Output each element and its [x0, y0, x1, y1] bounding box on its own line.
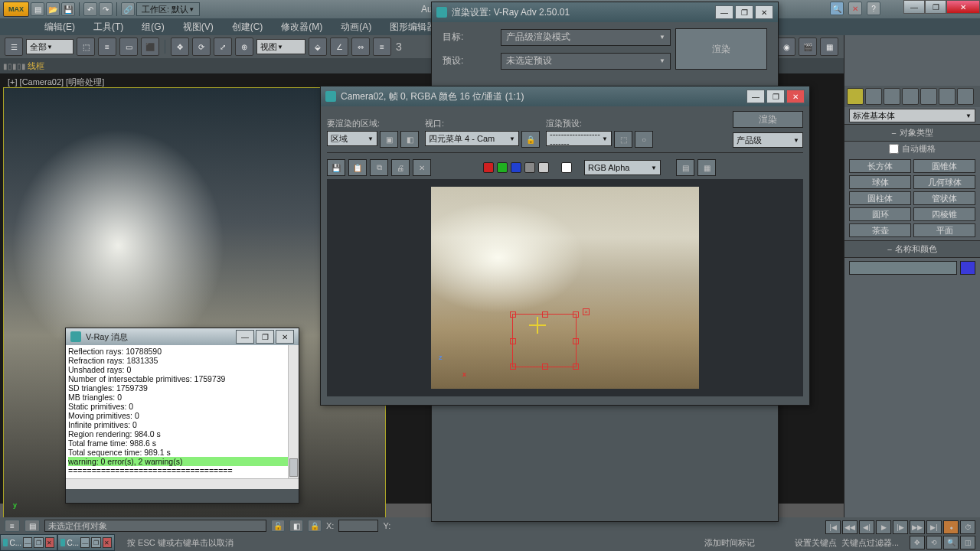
coord-x-input[interactable] — [338, 520, 378, 532]
vfb-area-dropdown[interactable]: 区域▼ — [327, 131, 377, 146]
vfb-overlay2-button[interactable]: ▦ — [697, 159, 716, 176]
render-frame-icon[interactable]: ▦ — [820, 37, 838, 56]
prim-sphere[interactable]: 球体 — [849, 175, 911, 189]
primitive-set-dropdown[interactable]: 标准基本体▼ — [849, 109, 975, 122]
spacewarps-tab[interactable] — [939, 88, 956, 105]
add-time-tag[interactable]: 添加时间标记 — [704, 537, 755, 549]
vfb-preset-btn1[interactable]: ⬚ — [614, 131, 632, 148]
select-link-icon[interactable]: ☰ — [5, 37, 23, 56]
vfb-copy-button[interactable]: 📋 — [348, 159, 367, 176]
material-editor-icon[interactable]: ◉ — [777, 37, 795, 56]
vfb-area-auto-button[interactable]: ◧ — [400, 131, 419, 148]
goto-start-button[interactable]: |◀ — [825, 520, 841, 534]
vfb-titlebar[interactable]: Camera02, 帧 0, RGBA 颜色 16 位/通道 (1:1) — ❐… — [321, 86, 809, 106]
rs-maximize-button[interactable]: ❐ — [735, 5, 753, 19]
vray-msg-vscrollbar[interactable] — [288, 345, 299, 478]
rs-minimize-button[interactable]: — — [715, 5, 733, 19]
goto-end-button[interactable]: ▶| — [926, 520, 942, 534]
isolate-icon[interactable]: ◧ — [289, 520, 303, 532]
ref-coord-icon[interactable]: ⊕ — [235, 37, 253, 56]
next-frame-button[interactable]: ▶▶ — [910, 520, 925, 534]
align-icon[interactable]: ≡ — [373, 37, 391, 56]
vfb-maximize-button[interactable]: ❐ — [766, 90, 785, 103]
select-rect-icon[interactable]: ▭ — [119, 37, 138, 56]
vray-msg-titlebar[interactable]: V-Ray 消息 — ❐ ✕ — [66, 328, 299, 345]
app-logo[interactable]: MAX — [3, 2, 29, 17]
channel-green-button[interactable] — [497, 162, 508, 173]
object-name-input[interactable] — [849, 261, 957, 275]
lights-tab[interactable] — [884, 88, 900, 105]
prim-teapot[interactable]: 茶壶 — [849, 223, 911, 237]
vfb-render-button[interactable]: 渲染 — [733, 111, 803, 128]
prim-box[interactable]: 长方体 — [849, 159, 911, 173]
vfb-close-button[interactable]: ✕ — [786, 90, 805, 103]
redo-icon[interactable]: ↷ — [99, 2, 113, 16]
new-icon[interactable]: ▤ — [31, 2, 44, 16]
systems-tab[interactable] — [957, 88, 974, 105]
auto-grid-checkbox[interactable] — [889, 144, 899, 154]
menu-tools[interactable]: 工具(T) — [84, 18, 132, 35]
vfb-clear-button[interactable]: ✕ — [413, 159, 431, 176]
open-icon[interactable]: 📂 — [46, 2, 60, 16]
set-key-button[interactable]: 设置关键点 — [795, 537, 837, 549]
fov-button[interactable]: ◫ — [960, 536, 975, 549]
pan-view-button[interactable]: ✥ — [910, 536, 925, 549]
vfb-preset-btn2[interactable]: ○ — [635, 131, 653, 148]
msg-close-button[interactable]: ✕ — [276, 330, 294, 344]
rotate-icon[interactable]: ⟳ — [192, 37, 211, 56]
maximize-button[interactable]: ❐ — [925, 0, 946, 14]
viewport-label[interactable]: [+] [Camera02] [明暗处理] — [8, 77, 104, 88]
maxscript-icon[interactable]: ≡ — [5, 520, 20, 532]
render-setup-titlebar[interactable]: 渲染设置: V-Ray Adv 2.50.01 — ❐ ✕ — [432, 2, 778, 22]
orbit-view-button[interactable]: ⟲ — [926, 536, 942, 549]
prim-geosphere[interactable]: 几何球体 — [913, 175, 975, 189]
region-close-icon[interactable]: × — [583, 308, 590, 315]
prim-tube[interactable]: 管状体 — [913, 191, 975, 205]
name-color-rollout[interactable]: 名称和颜色 — [844, 240, 980, 258]
zoom-view-button[interactable]: 🔍 — [943, 536, 959, 549]
color-swatch[interactable] — [561, 162, 572, 173]
move-icon[interactable]: ✥ — [171, 37, 189, 56]
object-type-rollout[interactable]: 对象类型 — [844, 124, 980, 142]
vfb-print-button[interactable]: 🖨 — [391, 159, 410, 176]
vfb-render-image[interactable]: × zx — [431, 187, 699, 389]
prim-plane[interactable]: 平面 — [913, 223, 975, 237]
vfb-overlay1-button[interactable]: ▤ — [676, 159, 694, 176]
scale-icon[interactable]: ⤢ — [214, 37, 232, 56]
select-name-icon[interactable]: ≡ — [98, 37, 116, 56]
snap-icon[interactable]: ⬙ — [309, 37, 327, 56]
menu-modifier[interactable]: 修改器(M) — [272, 18, 332, 35]
menu-create[interactable]: 创建(C) — [223, 18, 273, 35]
taskbar-item-2[interactable]: C...—❐✕ — [57, 534, 115, 551]
save-icon[interactable]: 💾 — [61, 2, 75, 16]
geometry-tab[interactable] — [847, 88, 864, 105]
prim-torus[interactable]: 圆环 — [849, 207, 911, 221]
object-color-swatch[interactable] — [960, 261, 975, 275]
menu-edit[interactable]: 编辑(E) — [35, 18, 84, 35]
vfb-clone-button[interactable]: ⧉ — [370, 159, 388, 176]
snap-angle-icon[interactable]: ∠ — [330, 37, 348, 56]
channel-mono-button[interactable] — [538, 162, 549, 173]
channel-alpha-button[interactable] — [524, 162, 535, 173]
prim-pyramid[interactable]: 四棱锥 — [913, 207, 975, 221]
prim-cone[interactable]: 圆锥体 — [913, 159, 975, 173]
time-config-button[interactable]: ⏱ — [960, 520, 975, 534]
selection-filter-dd[interactable]: 全部 ▼ — [26, 39, 74, 54]
vfb-channel-dropdown[interactable]: RGB Alpha▼ — [584, 160, 661, 175]
taskbar-item-1[interactable]: C...—❐✕ — [0, 534, 57, 551]
channel-blue-button[interactable] — [511, 162, 521, 173]
prev-key-button[interactable]: ◀| — [859, 520, 874, 534]
select-window-icon[interactable]: ⬛ — [141, 37, 159, 56]
rs-target-dropdown[interactable]: 产品级渲染模式▼ — [501, 29, 671, 46]
help-icon[interactable]: ? — [867, 2, 880, 15]
shapes-tab[interactable] — [865, 88, 882, 105]
undo-icon[interactable]: ↶ — [83, 2, 97, 16]
lock-icon[interactable]: 🔓 — [271, 520, 285, 532]
rs-preset-dropdown[interactable]: 未选定预设▼ — [501, 53, 671, 70]
key-mode-button[interactable]: ⬥ — [943, 520, 959, 534]
close-button[interactable]: ✕ — [946, 0, 980, 14]
next-key-button[interactable]: |▶ — [893, 520, 908, 534]
lock-sel-icon[interactable]: 🔒 — [308, 520, 322, 532]
vfb-preset-dropdown[interactable]: -------------------------▼ — [546, 131, 612, 146]
menu-group[interactable]: 组(G) — [132, 18, 173, 35]
